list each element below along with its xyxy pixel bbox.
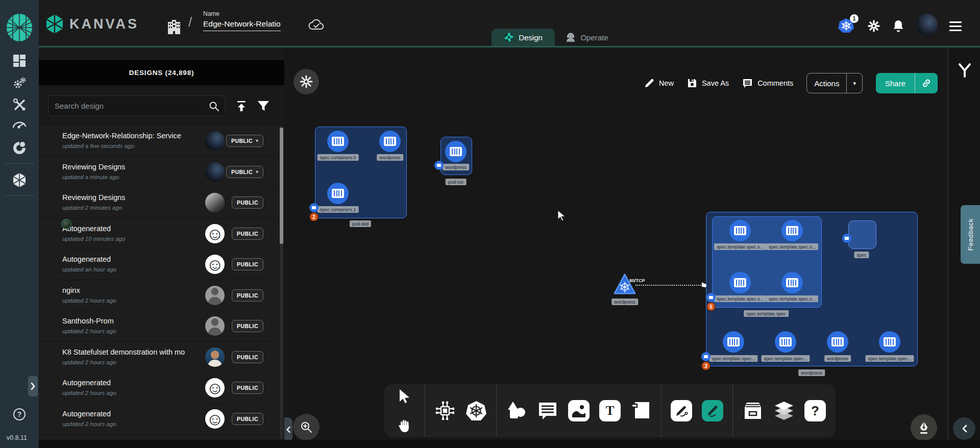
meshery-snowflake-button[interactable] [293, 69, 319, 94]
design-list-item[interactable]: Reviewing Designs updated 2 minutes ago … [39, 188, 279, 217]
node-container[interactable] [781, 272, 803, 293]
design-list-item[interactable]: Autogenerated updated 2 hours ago PUBLIC… [39, 404, 279, 434]
error-count-badge[interactable]: 2 [309, 212, 318, 221]
visibility-badge[interactable]: PUBLIC ▾ [232, 351, 263, 363]
network-edge[interactable] [635, 285, 703, 286]
visibility-badge[interactable]: PUBLIC ▾ [232, 320, 263, 332]
design-list-item[interactable]: Edge-Network-Relationship: Service updat… [39, 126, 279, 156]
visibility-badge[interactable]: PUBLIC ▾ [232, 289, 263, 302]
components-tool-button[interactable] [434, 400, 456, 422]
sidebar-item-extensions[interactable] [0, 172, 39, 188]
visibility-badge[interactable]: PUBLIC ▾ [232, 413, 263, 425]
search-input[interactable] [48, 96, 202, 116]
search-icon[interactable] [209, 101, 219, 112]
design-name-input[interactable] [203, 19, 281, 31]
sidebar-item-dashboard[interactable] [0, 54, 39, 67]
node-label: spec.template.spec... [761, 355, 810, 362]
visibility-badge[interactable]: PUBLIC ▾ [232, 228, 263, 240]
sidebar-item-configuration[interactable] [0, 98, 39, 112]
name-field-label: Name [203, 10, 281, 17]
tab-operate[interactable]: Operate [555, 29, 619, 46]
tab-design-label: Design [519, 33, 543, 42]
sidebar-expand-chevron[interactable] [28, 376, 38, 396]
pan-tool-button[interactable] [394, 414, 416, 437]
freehand-draw-tool-button-active[interactable] [701, 400, 724, 422]
node-group-spec-template-spec[interactable] [712, 216, 822, 308]
design-list-item-partial[interactable] [39, 435, 279, 439]
organization-icon[interactable] [166, 19, 182, 35]
k8s-context-switcher[interactable]: 1 [838, 18, 855, 34]
sidebar-item-performance[interactable] [0, 119, 39, 130]
copy-link-icon[interactable] [915, 78, 938, 88]
text-tool-button[interactable]: T [599, 400, 621, 422]
drawer-tool-button[interactable] [742, 400, 764, 422]
help-button[interactable]: ? [13, 408, 26, 420]
feedback-tab[interactable]: Feedback [961, 205, 980, 264]
node-service-wordpress[interactable] [613, 273, 636, 295]
upload-design-icon[interactable] [235, 100, 248, 112]
shapes-tool-button[interactable] [505, 400, 528, 422]
visibility-badge[interactable]: PUBLIC ▾ [226, 135, 263, 147]
node-container-spec-containers-1[interactable] [327, 183, 349, 204]
error-count-badge[interactable]: 3 [701, 361, 710, 370]
dock-help-button[interactable]: ? [804, 400, 826, 422]
canvas-left-collapse-button[interactable] [284, 417, 292, 442]
node-container[interactable] [729, 220, 751, 241]
validate-y-icon[interactable] [958, 63, 972, 78]
node-container[interactable] [827, 331, 848, 353]
select-tool-button[interactable] [394, 385, 416, 407]
share-split-button[interactable]: Share [876, 73, 938, 93]
save-as-button[interactable]: Save As [687, 78, 729, 88]
actions-split-button[interactable]: Actions ▾ [806, 73, 863, 93]
kubernetes-tool-button[interactable] [465, 400, 487, 422]
pen-mode-button[interactable] [911, 414, 937, 441]
user-avatar[interactable] [916, 14, 938, 35]
node-container-spec-containers-0[interactable] [327, 131, 349, 152]
node-label: spec.containers.0 [317, 154, 359, 161]
design-list-item[interactable]: Autogenerated updated 2 hours ago PUBLIC… [39, 373, 279, 403]
designs-scrollbar-thumb[interactable] [280, 128, 283, 244]
right-rail-collapse-button[interactable] [953, 417, 975, 440]
node-container[interactable] [879, 331, 900, 353]
caret-down-icon: ▾ [256, 169, 258, 175]
visibility-badge[interactable]: PUBLIC ▾ [232, 382, 263, 394]
sidebar-item-lifecycle[interactable] [0, 76, 39, 90]
whiteboard-tool-button[interactable] [630, 400, 652, 422]
comment-tool-button[interactable] [536, 400, 559, 422]
new-button[interactable]: New [644, 78, 674, 88]
design-list-item[interactable]: Reviewing Designs updated a minute ago P… [39, 157, 279, 187]
menu-button[interactable] [949, 21, 962, 31]
node-container[interactable] [775, 331, 796, 353]
node-container[interactable] [723, 331, 744, 353]
visibility-badge[interactable]: PUBLIC ▾ [232, 258, 263, 270]
error-count-badge[interactable]: 5 [706, 302, 716, 311]
design-list-item[interactable]: Santhosh-Prom updated 2 hours ago PUBLIC… [39, 311, 279, 341]
layers-tool-button[interactable] [773, 400, 795, 422]
caret-down-icon[interactable]: ▾ [847, 80, 862, 87]
edge-tool-button[interactable] [670, 400, 693, 422]
visibility-badge[interactable]: PUBLIC ▾ [232, 196, 263, 209]
node-group-spec[interactable] [848, 220, 876, 249]
node-container-wordpress[interactable] [379, 131, 401, 152]
visibility-badge[interactable]: PUBLIC ▾ [226, 166, 263, 178]
image-tool-button[interactable] [568, 400, 590, 422]
design-list-item[interactable]: Autogenerated updated 10 minutes ago PUB… [39, 219, 279, 248]
question-icon: ? [804, 400, 826, 421]
design-canvas[interactable]: New Save As Comments [284, 47, 948, 448]
node-container[interactable] [781, 220, 803, 241]
sidebar-item-kanvas-mesh[interactable] [0, 141, 39, 155]
design-list-item[interactable]: K8 Statefulset demonstration with mo upd… [39, 342, 279, 372]
design-list-item[interactable]: Autogenerated updated an hour ago PUBLIC… [39, 250, 279, 279]
filter-icon[interactable] [257, 101, 270, 112]
design-list-item[interactable]: nginx updated 2 hours ago PUBLIC ▾ [39, 281, 279, 310]
node-container-wordpress[interactable] [445, 141, 467, 162]
node-container[interactable] [729, 272, 751, 293]
design-owner-avatar [205, 162, 225, 182]
notifications-button[interactable] [892, 19, 904, 33]
zoom-in-button[interactable] [293, 414, 320, 440]
brand[interactable]: KANVAS [45, 14, 139, 34]
settings-button[interactable] [867, 19, 880, 33]
tab-design[interactable]: Design [492, 29, 555, 46]
comments-button[interactable]: Comments [742, 78, 793, 88]
kanvas-oval-logo-icon[interactable] [6, 13, 33, 42]
